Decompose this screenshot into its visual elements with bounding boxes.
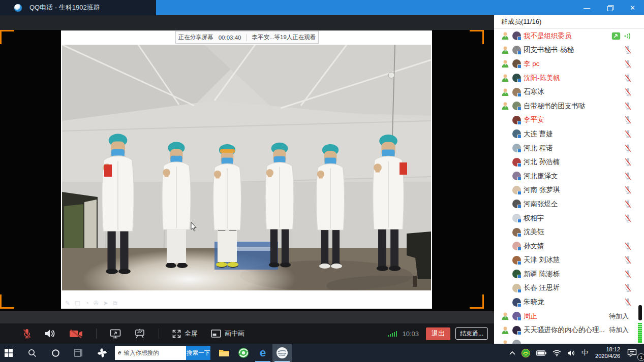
member-row[interactable]: 河北 程诺 xyxy=(494,141,644,155)
member-row[interactable]: 朱晓龙 xyxy=(494,295,644,309)
search-icon xyxy=(28,349,37,357)
avatar xyxy=(512,270,521,278)
avatar xyxy=(512,186,521,194)
clock-date: 2020/4/26 xyxy=(595,353,620,359)
member-row[interactable]: 天天骚进你的内心的心理... xyxy=(494,323,644,337)
window-title: QQ电话 - 生科1902班群 xyxy=(29,3,100,12)
search-placeholder: 输入你想搜的 xyxy=(124,349,159,357)
avatar xyxy=(512,200,521,208)
member-row[interactable]: 李平安 xyxy=(494,113,644,127)
shared-photo-medical-team xyxy=(62,45,431,290)
member-name: 团支书秘书-杨秘 xyxy=(524,45,574,54)
pointer-icon[interactable]: ➤ xyxy=(103,300,108,307)
member-row[interactable]: 孙文婧 xyxy=(494,239,644,253)
mic-muted-status xyxy=(624,256,632,265)
call-app-icon xyxy=(276,347,288,359)
whiteboard-icon xyxy=(134,328,145,339)
eraser-icon[interactable]: ✇ xyxy=(94,300,99,307)
mic-muted-status xyxy=(624,59,632,68)
stage-top-strip xyxy=(0,15,494,30)
ime-indicator[interactable]: 中 xyxy=(578,344,591,362)
wifi-icon[interactable] xyxy=(549,344,564,362)
cortana-button[interactable] xyxy=(47,344,64,362)
mic-muted-status xyxy=(624,158,632,167)
camera-off-button[interactable] xyxy=(69,329,83,339)
task-view-button[interactable] xyxy=(70,344,87,362)
pending-join-status: 待加入 xyxy=(609,325,629,335)
member-row[interactable]: 河南 张梦琪 xyxy=(494,183,644,198)
member-row[interactable]: 河南张煜仝 xyxy=(494,197,644,211)
member-row[interactable]: 天津 刘冰慧 xyxy=(494,253,644,268)
call-toolbar: 全屏 画中画 10:03 退出 结束通... xyxy=(0,323,494,344)
circle-icon[interactable]: ◔ xyxy=(85,300,88,307)
member-row[interactable]: 自带秘书的团支书哒 xyxy=(494,99,644,113)
mic-muted-icon xyxy=(624,256,632,265)
member-row[interactable]: 团支书秘书-杨秘 xyxy=(494,43,644,57)
avatar xyxy=(512,31,521,40)
mic-muted-status xyxy=(624,129,632,138)
share-screen-icon xyxy=(110,329,121,339)
close-button[interactable]: ✕ xyxy=(621,0,644,15)
sidebar-scrollbar[interactable] xyxy=(638,305,642,320)
action-center-button[interactable]: 1 xyxy=(624,344,644,362)
search-input[interactable]: e 输入你想搜的 xyxy=(115,346,186,360)
search-submit-button[interactable]: 搜索一下 xyxy=(186,346,210,360)
mic-muted-status xyxy=(624,214,632,222)
speaker-icon xyxy=(45,329,56,338)
taskbar-search-button[interactable] xyxy=(23,344,41,362)
edge-icon: e xyxy=(260,347,266,358)
windows-logo-icon xyxy=(5,349,13,357)
member-row[interactable]: 河北 孙浩楠 xyxy=(494,155,644,169)
volume-icon[interactable] xyxy=(564,344,578,362)
green-browser-button[interactable] xyxy=(234,344,253,362)
member-row[interactable]: 李 pc xyxy=(494,57,644,71)
exit-button[interactable]: 退出 xyxy=(426,327,450,340)
tray-qq-icon[interactable] xyxy=(518,344,533,362)
member-row[interactable]: 河北廉泽文 xyxy=(494,169,644,183)
notification-icon xyxy=(627,349,637,357)
tray-chevron-up-icon[interactable] xyxy=(506,344,518,362)
whiteboard-button[interactable] xyxy=(134,328,145,339)
end-call-button[interactable]: 结束通... xyxy=(455,327,488,340)
minimize-button[interactable]: — xyxy=(575,0,598,15)
mic-muted-status xyxy=(624,186,632,194)
member-row[interactable]: 沈美钰 xyxy=(494,225,644,239)
rect-icon[interactable]: ▢ xyxy=(75,300,80,307)
file-explorer-button[interactable] xyxy=(214,344,234,362)
taskbar-clock[interactable]: 18:12 2020/4/26 xyxy=(591,346,624,359)
member-row[interactable]: 我不是组织委员 xyxy=(494,29,644,43)
start-button[interactable] xyxy=(0,344,17,362)
fullscreen-button[interactable]: 全屏 xyxy=(172,329,198,338)
member-row[interactable]: 石寒冰 xyxy=(494,85,644,99)
member-name: 石寒冰 xyxy=(524,87,544,96)
pinwheel-app-button[interactable] xyxy=(94,344,111,362)
active-call-app-button[interactable] xyxy=(272,344,292,362)
member-name: 沈阳-陈美帆 xyxy=(524,74,560,83)
speaker-button[interactable] xyxy=(45,329,56,338)
ie-icon: e xyxy=(118,350,121,356)
share-screen-button[interactable] xyxy=(110,329,121,339)
mic-muted-icon xyxy=(624,46,632,54)
member-row[interactable]: 权相宇 xyxy=(494,211,644,225)
member-row[interactable]: 新疆 陈澎栎 xyxy=(494,267,644,281)
battery-icon[interactable] xyxy=(533,344,549,362)
avatar xyxy=(512,158,521,167)
network-signal-icon xyxy=(388,331,397,337)
edge-browser-button[interactable]: e xyxy=(253,344,272,362)
member-row[interactable]: 长春 汪思圻 xyxy=(494,281,644,295)
member-row[interactable] xyxy=(494,337,644,344)
member-row[interactable]: 沈阳-陈美帆 xyxy=(494,71,644,85)
restore-button[interactable] xyxy=(598,0,621,15)
mic-muted-button[interactable] xyxy=(22,328,32,339)
mic-muted-icon xyxy=(624,172,632,180)
mic-muted-icon xyxy=(22,328,32,339)
member-name: 权相宇 xyxy=(524,214,544,223)
member-row[interactable]: 大连 曹婕 xyxy=(494,127,644,141)
mic-muted-icon xyxy=(624,284,632,292)
screen-icon[interactable]: ⧉ xyxy=(113,300,117,307)
member-list-header: 群成员(11/16) xyxy=(494,15,644,29)
pen-icon[interactable]: ✎ xyxy=(65,300,70,307)
pip-button[interactable]: 画中画 xyxy=(211,329,244,338)
mic-muted-status xyxy=(624,298,632,307)
member-row[interactable]: 周正 待加入 xyxy=(494,309,644,323)
